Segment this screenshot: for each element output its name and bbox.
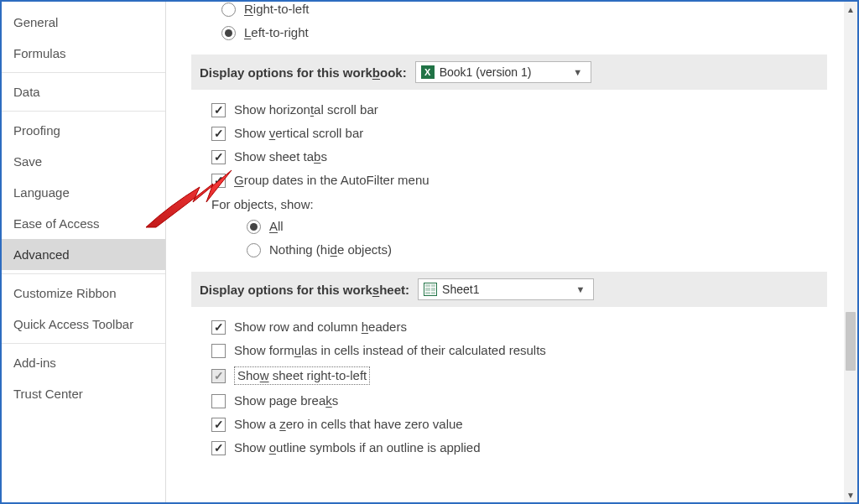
check-vertical-scrollbar[interactable]: Show vertical scroll bar (196, 122, 827, 145)
radio-label: Right-to-left (244, 2, 310, 17)
direction-rtl-row[interactable]: Right-to-left (196, 2, 827, 21)
checkbox-label: Show a zero in cells that have zero valu… (234, 417, 463, 432)
sidebar-item-quick-access-toolbar[interactable]: Quick Access Toolbar (2, 309, 165, 340)
checkbox-icon (211, 441, 226, 455)
worksheet-display-section-header: Display options for this worksheet: Shee… (191, 272, 827, 307)
checkbox-icon (211, 418, 226, 432)
section-title: Display options for this workbook: (200, 65, 407, 80)
direction-ltr-row[interactable]: Left-to-right (196, 21, 827, 44)
checkbox-icon (211, 394, 226, 408)
sidebar-separator (2, 273, 165, 274)
radio-icon (247, 220, 261, 234)
workbook-select[interactable]: X Book1 (version 1) ▼ (415, 61, 591, 83)
checkbox-label: Show sheet right-to-left (234, 366, 370, 385)
workbook-display-section-header: Display options for this workbook: X Boo… (191, 55, 827, 90)
radio-label: All (269, 219, 284, 234)
check-group-dates-autofilter[interactable]: Group dates in the AutoFilter menu (196, 169, 827, 192)
checkbox-label: Show sheet tabs (234, 149, 327, 164)
sidebar-item-proofing[interactable]: Proofing (2, 115, 165, 146)
sidebar-item-advanced[interactable]: Advanced (2, 239, 165, 270)
check-sheet-rtl[interactable]: Show sheet right-to-left (196, 362, 827, 389)
sidebar-item-language[interactable]: Language (2, 177, 165, 208)
checkbox-label: Show outline symbols if an outline is ap… (234, 440, 481, 455)
chevron-down-icon: ▼ (570, 67, 586, 77)
check-show-zero[interactable]: Show a zero in cells that have zero valu… (196, 413, 827, 436)
checkbox-icon (211, 150, 226, 164)
sidebar-item-save[interactable]: Save (2, 146, 165, 177)
check-row-column-headers[interactable]: Show row and column headers (196, 315, 827, 339)
checkbox-label: Show formulas in cells instead of their … (234, 343, 546, 358)
worksheet-select-value: Sheet1 (442, 283, 479, 296)
checkbox-icon (211, 174, 226, 188)
sidebar-item-general[interactable]: General (2, 7, 165, 38)
sidebar-item-trust-center[interactable]: Trust Center (2, 378, 165, 409)
checkbox-icon (211, 103, 226, 117)
radio-icon (247, 243, 261, 257)
scroll-up-icon[interactable]: ▲ (844, 2, 857, 17)
checkbox-label: Show horizontal scroll bar (234, 102, 378, 117)
radio-label: Left-to-right (244, 25, 309, 40)
sidebar-separator (2, 72, 165, 73)
checkbox-icon (211, 127, 226, 141)
sheet-icon (424, 283, 437, 296)
radio-icon (221, 3, 236, 17)
objects-show-nothing[interactable]: Nothing (hide objects) (196, 238, 827, 262)
checkbox-label: Group dates in the AutoFilter menu (234, 173, 430, 188)
objects-show-label: For objects, show: (196, 192, 827, 215)
sidebar-separator (2, 111, 165, 112)
checkbox-icon (211, 369, 226, 383)
check-horizontal-scrollbar[interactable]: Show horizontal scroll bar (196, 98, 827, 122)
sidebar-item-customize-ribbon[interactable]: Customize Ribbon (2, 278, 165, 309)
section-title: Display options for this worksheet: (200, 283, 409, 297)
scrollbar-thumb[interactable] (846, 312, 856, 371)
sidebar-item-formulas[interactable]: Formulas (2, 38, 165, 69)
checkbox-label: Show vertical scroll bar (234, 126, 363, 141)
workbook-select-value: Book1 (version 1) (440, 65, 532, 79)
radio-icon (221, 26, 236, 40)
chevron-down-icon: ▼ (573, 284, 588, 294)
sidebar-item-add-ins[interactable]: Add-ins (2, 347, 165, 378)
checkbox-label: Show page breaks (234, 393, 338, 408)
check-sheet-tabs[interactable]: Show sheet tabs (196, 145, 827, 169)
checkbox-icon (211, 344, 226, 358)
checkbox-icon (211, 320, 226, 335)
scroll-down-icon[interactable]: ▼ (844, 487, 857, 502)
check-page-breaks[interactable]: Show page breaks (196, 389, 827, 413)
sidebar-separator (2, 343, 165, 344)
advanced-options-pane: Right-to-left Left-to-right Display opti… (166, 2, 844, 502)
checkbox-label: Show row and column headers (234, 320, 407, 335)
options-sidebar: General Formulas Data Proofing Save Lang… (2, 2, 166, 502)
sidebar-item-data[interactable]: Data (2, 76, 165, 107)
sidebar-item-ease-of-access[interactable]: Ease of Access (2, 208, 165, 239)
check-outline-symbols[interactable]: Show outline symbols if an outline is ap… (196, 436, 827, 460)
vertical-scrollbar[interactable]: ▲ ▼ (844, 2, 857, 502)
excel-icon: X (421, 65, 435, 79)
objects-show-all[interactable]: All (196, 215, 827, 238)
check-show-formulas[interactable]: Show formulas in cells instead of their … (196, 339, 827, 362)
radio-label: Nothing (hide objects) (269, 242, 392, 257)
worksheet-select[interactable]: Sheet1 ▼ (418, 278, 594, 300)
